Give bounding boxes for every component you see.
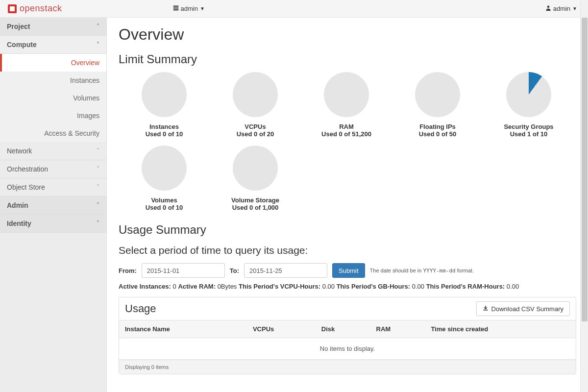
sidebar-item-instances[interactable]: Instances [0, 72, 106, 89]
col-ram[interactable]: RAM [370, 320, 425, 338]
svg-rect-0 [173, 6, 178, 7]
chevron-up-icon: ˄ [97, 41, 99, 48]
quota-pie-icon [415, 72, 460, 117]
sidebar-item-volumes[interactable]: Volumes [0, 89, 106, 107]
chevron-down-icon: ˅ [97, 202, 99, 209]
table-empty-row: No items to display. [119, 338, 576, 360]
hint-prefix: The date should be in [370, 268, 423, 273]
usage-card-title: Usage [125, 302, 156, 315]
quota-label: RAM [301, 123, 392, 130]
caret-down-icon: ▼ [200, 6, 205, 11]
stat-label: Active RAM: [178, 283, 216, 290]
sidebar: Project ˄ Compute ˄ Overview Instances V… [0, 18, 107, 392]
stat-label: This Period's RAM-Hours: [426, 283, 505, 290]
usage-summary-heading: Usage Summary [119, 223, 576, 237]
quota-pie-icon [233, 146, 278, 191]
quota-value: Used 0 of 10 [119, 130, 210, 138]
sidebar-panel-label: Object Store [7, 183, 45, 191]
sidebar-panel-label: Admin [7, 201, 28, 209]
quota-grid: Instances Used 0 of 10 VCPUs Used 0 of 2… [119, 72, 576, 219]
sidebar-compute-links: Overview Instances Volumes Images Access… [0, 54, 106, 142]
table-footer: Displaying 0 items [119, 360, 576, 374]
project-switcher-label: admin [181, 5, 198, 12]
quota-label: Security Groups [483, 123, 574, 130]
quota-pie-icon [324, 72, 369, 117]
topbar: openstack admin ▼ admin ▼ [0, 0, 588, 18]
sidebar-panel-label: Compute [7, 41, 37, 49]
col-time[interactable]: Time since created [425, 320, 576, 338]
openstack-logo-icon [8, 4, 17, 13]
sidebar-panel-orchestration[interactable]: Orchestration ˅ [0, 160, 106, 178]
usage-stats-line: Active Instances: 0 Active RAM: 0Bytes T… [119, 283, 576, 290]
period-form: From: To: Submit The date should be in Y… [119, 263, 576, 278]
caret-down-icon: ▼ [572, 6, 577, 11]
quota-security-groups: Security Groups Used 1 of 10 [483, 72, 574, 138]
svg-rect-2 [173, 9, 178, 10]
submit-button[interactable]: Submit [332, 263, 365, 278]
page-title: Overview [119, 25, 576, 44]
usage-card: Usage Download CSV Summary Instance Name… [119, 297, 576, 374]
main-content: Overview Limit Summary Instances Used 0 … [107, 18, 588, 392]
quota-label: Volume Storage [210, 196, 301, 204]
to-label: To: [230, 267, 239, 274]
sidebar-item-access-security[interactable]: Access & Security [0, 124, 106, 142]
stat-value: 0.00 [507, 283, 519, 290]
scrollbar-track[interactable] [580, 0, 588, 392]
sidebar-panel-label: Project [7, 23, 30, 30]
quota-value: Used 0 of 1,000 [210, 204, 301, 211]
quota-pie-icon [142, 146, 187, 191]
chevron-down-icon: ˅ [97, 147, 99, 154]
quota-floating-ips: Floating IPs Used 0 of 50 [392, 72, 483, 138]
hint-format: YYYY-mm-dd [423, 268, 455, 274]
stat-label: Active Instances: [119, 283, 171, 290]
svg-rect-1 [173, 7, 178, 8]
sidebar-panel-project[interactable]: Project ˄ [0, 18, 106, 36]
sidebar-panel-network[interactable]: Network ˅ [0, 142, 106, 160]
period-prompt: Select a period of time to query its usa… [119, 245, 576, 256]
sidebar-panel-compute[interactable]: Compute ˄ [0, 36, 106, 54]
stat-value: 0.00 [322, 283, 335, 290]
scrollbar-thumb[interactable] [582, 18, 588, 321]
usage-table: Instance Name VCPUs Disk RAM Time since … [119, 320, 576, 360]
sidebar-panel-admin[interactable]: Admin ˅ [0, 196, 106, 215]
quota-pie-icon [506, 72, 551, 117]
user-menu-label: admin [553, 5, 570, 12]
from-label: From: [119, 267, 137, 274]
sidebar-item-overview[interactable]: Overview [0, 54, 106, 72]
chevron-up-icon: ˄ [97, 23, 99, 30]
sidebar-panel-label: Orchestration [7, 165, 48, 173]
to-date-input[interactable] [244, 263, 327, 278]
col-vcpus[interactable]: VCPUs [247, 320, 316, 338]
user-menu[interactable]: admin ▼ [542, 3, 580, 14]
chevron-down-icon: ˅ [97, 220, 99, 227]
quota-volumes: Volumes Used 0 of 10 [119, 146, 210, 211]
limit-summary-heading: Limit Summary [119, 52, 576, 66]
stat-value: 0 [173, 283, 176, 290]
download-csv-button[interactable]: Download CSV Summary [476, 301, 570, 316]
chevron-down-icon: ˅ [97, 184, 99, 191]
brand[interactable]: openstack [8, 3, 62, 14]
stat-label: This Period's GB-Hours: [337, 283, 410, 290]
download-icon [483, 305, 489, 313]
svg-rect-4 [483, 310, 488, 311]
storage-icon [173, 5, 179, 12]
quota-label: Floating IPs [392, 123, 483, 130]
quota-value: Used 0 of 10 [119, 204, 210, 211]
quota-pie-icon [142, 72, 187, 117]
usage-card-header: Usage Download CSV Summary [119, 297, 576, 320]
sidebar-panel-identity[interactable]: Identity ˅ [0, 215, 106, 233]
sidebar-panel-label: Identity [7, 220, 31, 227]
quota-value: Used 1 of 10 [483, 130, 574, 138]
col-instance-name[interactable]: Instance Name [119, 320, 247, 338]
brand-text: openstack [20, 3, 62, 14]
download-csv-label: Download CSV Summary [491, 305, 564, 313]
from-date-input[interactable] [142, 263, 225, 278]
sidebar-item-images[interactable]: Images [0, 107, 106, 124]
quota-volume-storage: Volume Storage Used 0 of 1,000 [210, 146, 301, 211]
stat-value: 0.00 [412, 283, 424, 290]
project-switcher[interactable]: admin ▼ [170, 3, 208, 14]
quota-label: VCPUs [210, 123, 301, 130]
sidebar-panel-object-store[interactable]: Object Store ˅ [0, 178, 106, 196]
col-disk[interactable]: Disk [316, 320, 370, 338]
quota-label: Volumes [119, 196, 210, 204]
